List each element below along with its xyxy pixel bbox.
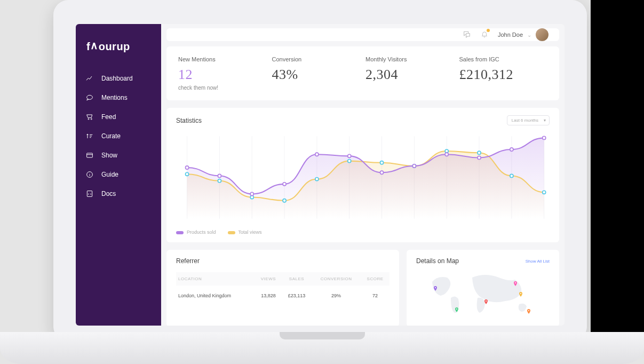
- map-pin-icon: [512, 280, 519, 286]
- world-map[interactable]: [416, 271, 550, 319]
- svg-point-23: [348, 160, 351, 163]
- th-sales: SALES: [282, 272, 312, 286]
- kpi-visitors: Monthly Visitors 2,304: [365, 56, 454, 91]
- kpi-label: Monthly Visitors: [365, 56, 454, 62]
- kpi-label: Conversion: [272, 56, 361, 62]
- svg-point-19: [218, 179, 221, 183]
- svg-point-34: [315, 153, 319, 156]
- svg-point-20: [250, 195, 253, 199]
- svg-rect-3: [87, 153, 93, 157]
- sidebar-item-label: Show: [101, 152, 117, 159]
- table-row[interactable]: London, United Kingdom 13,828 £23,113 29…: [176, 286, 389, 306]
- map-pin-icon: [454, 306, 460, 312]
- svg-point-22: [315, 178, 319, 181]
- main-content: John Doe ⌄ New Mentions 12 check them no…: [161, 24, 565, 326]
- chat-icon: [85, 93, 94, 102]
- kpi-conversion: Conversion 43%: [272, 56, 361, 91]
- kpi-sales: Sales from IGC £210,312: [459, 56, 548, 91]
- laptop-base: [0, 332, 644, 364]
- messages-icon[interactable]: [463, 30, 471, 39]
- statistics-card: Statistics Last 6 months Products sold T…: [166, 108, 559, 242]
- svg-point-41: [543, 136, 546, 139]
- svg-point-40: [510, 148, 513, 151]
- sidebar-item-dashboard[interactable]: Dashboard: [76, 69, 161, 88]
- kpi-row: New Mentions 12 check them now! Conversi…: [166, 46, 559, 100]
- svg-point-30: [186, 166, 189, 169]
- legend-item-views: Total views: [228, 230, 262, 235]
- svg-point-44: [486, 300, 487, 301]
- map-pin-icon: [526, 307, 532, 314]
- kpi-value: 2,304: [365, 67, 454, 83]
- referrer-card: Referrer LOCATION VIEWS SALES CONVERSION…: [166, 250, 399, 326]
- statistics-chart: [176, 131, 550, 224]
- svg-point-45: [515, 282, 516, 283]
- svg-rect-5: [87, 191, 92, 197]
- svg-point-1: [88, 118, 89, 120]
- svg-point-42: [435, 287, 436, 288]
- svg-point-37: [412, 164, 416, 168]
- kpi-mentions: New Mentions 12 check them now!: [178, 56, 267, 91]
- info-icon: [85, 170, 94, 179]
- card-title: Details on Map: [416, 257, 459, 265]
- svg-point-32: [250, 192, 253, 195]
- card-title: Statistics: [176, 117, 202, 124]
- laptop-frame: f∧ourup Dashboard Mentions Feed Curate: [53, 0, 587, 342]
- svg-point-35: [348, 154, 351, 157]
- map-pin-icon: [483, 298, 489, 304]
- kpi-label: Sales from IGC: [459, 56, 548, 62]
- svg-point-0: [87, 95, 93, 99]
- user-menu[interactable]: John Doe ⌄: [498, 28, 548, 41]
- sidebar-item-feed[interactable]: Feed: [76, 107, 161, 126]
- svg-point-28: [510, 174, 513, 177]
- svg-point-38: [445, 153, 448, 156]
- referrer-table: LOCATION VIEWS SALES CONVERSION SCORE Lo…: [176, 272, 389, 306]
- th-score: SCORE: [361, 272, 389, 286]
- svg-point-36: [380, 171, 383, 174]
- svg-point-2: [91, 118, 92, 120]
- svg-point-21: [283, 199, 286, 202]
- map-pin-icon: [432, 284, 439, 291]
- kpi-label: New Mentions: [178, 56, 267, 62]
- bell-icon[interactable]: [481, 30, 488, 39]
- kpi-sub: check them now!: [178, 85, 267, 91]
- code-file-icon: [85, 189, 94, 198]
- sidebar-item-label: Dashboard: [101, 75, 133, 82]
- sort-icon: [85, 132, 94, 140]
- app-screen: f∧ourup Dashboard Mentions Feed Curate: [76, 24, 565, 326]
- period-select[interactable]: Last 6 months: [507, 115, 550, 125]
- sidebar-item-mentions[interactable]: Mentions: [76, 88, 161, 107]
- chart-legend: Products sold Total views: [176, 230, 550, 235]
- sidebar: f∧ourup Dashboard Mentions Feed Curate: [76, 24, 161, 326]
- svg-point-39: [478, 156, 481, 159]
- sidebar-item-label: Mentions: [101, 94, 128, 101]
- sidebar-item-label: Guide: [101, 171, 118, 178]
- sidebar-item-curate[interactable]: Curate: [76, 126, 161, 146]
- th-views: VIEWS: [255, 272, 282, 286]
- svg-point-43: [456, 308, 457, 310]
- sidebar-item-guide[interactable]: Guide: [76, 165, 161, 184]
- svg-point-26: [445, 149, 448, 153]
- svg-point-47: [528, 310, 529, 311]
- sidebar-item-show[interactable]: Show: [76, 146, 161, 165]
- avatar: [536, 28, 548, 41]
- sidebar-item-docs[interactable]: Docs: [76, 184, 161, 203]
- map-card: Details on Map Show All List: [407, 250, 559, 326]
- kpi-value: £210,312: [459, 67, 548, 83]
- sidebar-item-label: Curate: [101, 132, 121, 140]
- notification-badge: [487, 29, 490, 32]
- user-name: John Doe: [498, 31, 523, 38]
- show-all-link[interactable]: Show All List: [526, 259, 550, 264]
- sidebar-item-label: Docs: [101, 190, 116, 197]
- card-title: Referrer: [176, 257, 389, 265]
- svg-point-29: [543, 191, 546, 194]
- th-location: LOCATION: [176, 272, 255, 286]
- legend-item-products: Products sold: [176, 230, 216, 235]
- cart-icon: [85, 113, 94, 121]
- chart-line-icon: [85, 74, 94, 83]
- svg-point-46: [520, 293, 521, 294]
- svg-point-27: [478, 151, 481, 154]
- svg-point-31: [218, 174, 221, 177]
- kpi-value: 12: [178, 67, 267, 83]
- svg-point-24: [380, 161, 383, 164]
- map-pin-icon: [518, 290, 524, 297]
